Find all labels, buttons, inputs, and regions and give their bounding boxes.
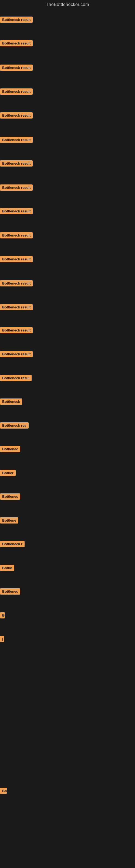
bottleneck-result-item[interactable]: Bottleneck res bbox=[0, 422, 29, 430]
bottleneck-result-item[interactable]: Bottleneck result bbox=[0, 17, 33, 24]
bottleneck-result-item[interactable]: Bottleneck result bbox=[0, 88, 33, 96]
bottleneck-badge: Bottler bbox=[0, 470, 16, 476]
bottleneck-result-item[interactable]: Bottleneck result bbox=[0, 184, 33, 192]
bottleneck-result-item[interactable]: Bottleneck result bbox=[0, 351, 33, 358]
bottleneck-badge: Bottleneck result bbox=[0, 65, 33, 71]
bottleneck-result-item[interactable]: Bottlenec bbox=[0, 588, 20, 596]
bottleneck-badge: Bottlenec bbox=[0, 493, 20, 500]
bottleneck-badge: Bottleneck result bbox=[0, 137, 33, 143]
bottleneck-badge: Bottle bbox=[0, 565, 14, 571]
bottleneck-result-item[interactable]: Bottleneck result bbox=[0, 304, 33, 311]
bottleneck-badge: Bottlenec bbox=[0, 588, 20, 595]
bottleneck-result-item[interactable]: Bottleneck result bbox=[0, 137, 33, 144]
bottleneck-badge: Bo bbox=[0, 788, 7, 794]
bottleneck-result-item[interactable]: Bottleneck result bbox=[0, 208, 33, 215]
bottleneck-badge: Bottlene bbox=[0, 517, 18, 524]
bottleneck-badge: Bottleneck bbox=[0, 399, 22, 405]
bottleneck-badge: Bottleneck result bbox=[0, 184, 33, 191]
bottleneck-result-item[interactable]: Bottleneck result bbox=[0, 327, 33, 335]
bottleneck-result-item[interactable]: Bottleneck result bbox=[0, 40, 33, 48]
bottleneck-badge: Bottleneck result bbox=[0, 88, 33, 95]
bottleneck-badge: Bottleneck result bbox=[0, 327, 33, 333]
bottleneck-result-item[interactable]: Bottleneck resul bbox=[0, 375, 32, 382]
bottleneck-badge: B bbox=[0, 612, 5, 618]
bottleneck-result-item[interactable]: Bottlenec bbox=[0, 446, 20, 453]
bottleneck-badge: Bottleneck result bbox=[0, 17, 33, 23]
bottleneck-result-item[interactable]: Bottleneck bbox=[0, 399, 22, 406]
bottleneck-result-item[interactable]: Bottleneck result bbox=[0, 280, 33, 287]
bottleneck-result-item[interactable]: B bbox=[0, 612, 5, 620]
bottleneck-result-item[interactable]: Bottleneck result bbox=[0, 256, 33, 264]
bottleneck-badge: Bottleneck result bbox=[0, 351, 33, 357]
bottleneck-result-item[interactable]: Bottle bbox=[0, 565, 14, 572]
bottleneck-badge: Bottleneck result bbox=[0, 160, 33, 166]
bottleneck-badge: Bottleneck result bbox=[0, 280, 33, 286]
bottleneck-badge: Bottleneck r bbox=[0, 541, 25, 547]
bottleneck-badge: | bbox=[0, 636, 4, 642]
bottleneck-badge: Bottleneck result bbox=[0, 304, 33, 310]
bottleneck-result-item[interactable]: Bottleneck result bbox=[0, 112, 33, 120]
bottleneck-badge: Bottleneck result bbox=[0, 208, 33, 214]
bottleneck-result-item[interactable]: Bottlene bbox=[0, 517, 18, 525]
bottleneck-badge: Bottleneck result bbox=[0, 112, 33, 119]
bottleneck-result-item[interactable]: Bottleneck result bbox=[0, 160, 33, 167]
bottleneck-result-item[interactable]: | bbox=[0, 636, 4, 643]
bottleneck-result-item[interactable]: Bottleneck r bbox=[0, 541, 25, 548]
bottleneck-badge: Bottleneck result bbox=[0, 256, 33, 262]
bottleneck-badge: Bottlenec bbox=[0, 446, 20, 452]
bottleneck-badge: Bottleneck result bbox=[0, 40, 33, 46]
site-title: TheBottlenecker.com bbox=[0, 0, 135, 9]
bottleneck-result-item[interactable]: Bottleneck result bbox=[0, 65, 33, 72]
bottleneck-badge: Bottleneck res bbox=[0, 422, 29, 429]
bottleneck-result-item[interactable]: Bottlenec bbox=[0, 493, 20, 501]
bottleneck-result-item[interactable]: Bottleneck result bbox=[0, 232, 33, 240]
bottleneck-badge: Bottleneck result bbox=[0, 232, 33, 239]
bottleneck-result-item[interactable]: Bottler bbox=[0, 470, 16, 477]
bottleneck-result-item[interactable]: Bo bbox=[0, 788, 7, 795]
bottleneck-badge: Bottleneck resul bbox=[0, 375, 32, 381]
